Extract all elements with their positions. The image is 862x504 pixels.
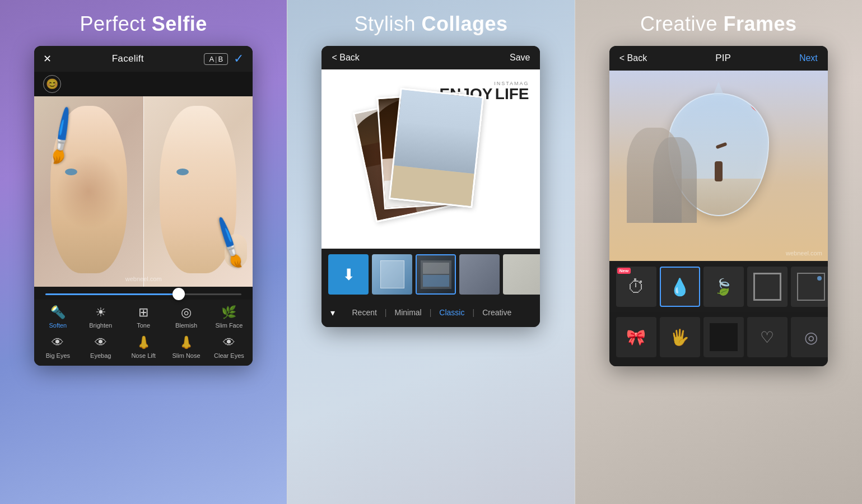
thumb-item-2-active[interactable] (416, 254, 456, 295)
selfie-slider-thumb[interactable] (173, 288, 185, 300)
selfie-watermark: webneel.com (125, 276, 162, 282)
ab-label: A (209, 55, 214, 63)
tool-blemish[interactable]: ◎ Blemish (169, 305, 204, 329)
collage-back-button[interactable]: < Back (332, 53, 359, 63)
tab-recent[interactable]: Recent (344, 306, 384, 319)
selfie-title-bold: Selfie (152, 12, 207, 35)
cup-icon: 🍃 (714, 278, 733, 296)
frames-title-normal: Creative (640, 12, 717, 35)
panel-collage: Stylish Collages < Back Save INSTAMAG EN… (287, 0, 574, 504)
freckles (56, 153, 122, 230)
soften-label: Soften (49, 322, 67, 329)
frame-thumb-rect[interactable] (747, 267, 788, 307)
balloons-icon: 🎈 (742, 94, 768, 121)
b-label: B (218, 55, 223, 63)
tool-slim-face[interactable]: 🌿 Slim Face (211, 305, 247, 329)
tone-icon: ⊞ (138, 305, 148, 320)
frame-thumb2-circle[interactable]: ◎ (791, 317, 828, 357)
collage-tabs: ▾ Recent | Minimal | Classic | Creative (321, 300, 540, 327)
dark-frame-icon (710, 323, 738, 351)
tool-slim-nose[interactable]: 👃 Slim Nose (169, 335, 204, 359)
frame-thumb-corner[interactable] (791, 267, 828, 307)
new-badge: New (617, 268, 631, 274)
nose-lift-label: Nose Lift (131, 352, 155, 359)
tool-big-eyes[interactable]: 👁 Big Eyes (40, 335, 76, 359)
thumb-download-button[interactable]: ⬇ (328, 254, 369, 295)
thumb-item-4[interactable] (503, 254, 540, 295)
ab-toggle[interactable]: A | B (204, 53, 228, 65)
collage-phone: < Back Save INSTAMAG ENJOY LIFE (321, 46, 540, 327)
frames-back-button[interactable]: < Back (619, 53, 647, 63)
frame-thumb2-dark[interactable] (703, 317, 744, 357)
soften-icon: 🔦 (50, 305, 66, 320)
heart-icon: ♡ (760, 328, 774, 347)
slim-face-icon: 🌿 (221, 305, 236, 320)
bg-figure-2 (653, 137, 697, 223)
blemish-icon: ◎ (181, 305, 192, 320)
confirm-icon[interactable]: ✓ (234, 52, 244, 66)
before-side: 🖌️ (34, 96, 143, 287)
tool-eyebag[interactable]: 👁 Eyebag (83, 335, 119, 359)
life-label: LIFE (495, 85, 529, 102)
timer-icon: ⏱ (627, 277, 645, 297)
collage-title: Stylish Collages (354, 12, 507, 36)
selfie-slider-area (34, 287, 253, 300)
hand-icon: 🖐 (670, 328, 689, 347)
slim-nose-icon: 👃 (179, 335, 194, 350)
tool-nose-lift[interactable]: 👃 Nose Lift (125, 335, 161, 359)
selfie-subbar: 😊 (34, 72, 253, 96)
topbar-title: Facelift (112, 53, 144, 64)
tool-brighten[interactable]: ☀ Brighten (83, 305, 119, 329)
frames-title-bold: Frames (724, 12, 797, 35)
selfie-title-normal: Perfect (80, 12, 146, 35)
panel-selfie: Perfect Selfie ✕ Facelift A | B ✓ 😊 (0, 0, 287, 504)
collage-title-bold: Collages (421, 12, 507, 35)
tool-soften[interactable]: 🔦 Soften (40, 305, 76, 329)
frame-thumb2-ornament[interactable]: 🎀 (616, 317, 656, 357)
selfie-tools-row2: 👁 Big Eyes 👁 Eyebag 👃 Nose Lift 👃 Slim N… (34, 332, 253, 366)
collage-save-button[interactable]: Save (510, 53, 530, 63)
clear-eyes-icon: 👁 (223, 335, 235, 350)
frames-watermark: webneel.com (786, 250, 822, 256)
tab-minimal[interactable]: Minimal (386, 306, 429, 319)
collage-thumbnails: ⬇ (321, 249, 540, 300)
selfie-title: Perfect Selfie (80, 12, 207, 36)
blemish-label: Blemish (175, 322, 197, 329)
selfie-topbar: ✕ Facelift A | B ✓ (34, 46, 253, 72)
collapse-icon[interactable]: ▾ (330, 307, 335, 318)
selfie-slider-fill (45, 293, 179, 295)
face-select-icon[interactable]: 😊 (43, 75, 61, 93)
corner-frame-icon (797, 273, 825, 301)
tab-classic[interactable]: Classic (431, 306, 472, 319)
clear-eyes-label: Clear Eyes (214, 352, 244, 359)
frame-thumb-cup[interactable]: 🍃 (703, 267, 744, 307)
ab-sep: | (215, 55, 217, 63)
tool-tone[interactable]: ⊞ Tone (125, 305, 161, 329)
ornament-icon: 🎀 (626, 328, 646, 347)
slim-face-label: Slim Face (215, 322, 243, 329)
tool-clear-eyes[interactable]: 👁 Clear Eyes (211, 335, 247, 359)
frames-next-button[interactable]: Next (799, 53, 818, 63)
frame-thumb-timer[interactable]: New ⏱ (616, 267, 656, 307)
drop-tip (713, 82, 724, 96)
thumb-item-3[interactable] (459, 254, 500, 295)
tab-creative[interactable]: Creative (474, 306, 519, 319)
collage-title-normal: Stylish (354, 12, 416, 35)
frames-topbar: < Back PIP Next (609, 46, 828, 71)
frame-thumb-drop[interactable]: 💧 (660, 267, 700, 307)
big-eyes-label: Big Eyes (46, 352, 70, 359)
close-icon[interactable]: ✕ (43, 53, 52, 65)
frames-phone: < Back PIP Next 🎈 (609, 46, 828, 366)
eyebag-icon: 👁 (95, 335, 107, 350)
selfie-slider-track[interactable] (45, 293, 241, 295)
frames-topbar-title: PIP (715, 53, 730, 64)
split-divider (143, 96, 144, 287)
frames-canvas: 🎈 webneel.com (609, 71, 828, 261)
nose-lift-icon: 👃 (136, 335, 151, 350)
slim-nose-label: Slim Nose (172, 352, 200, 359)
frame-thumb2-hand[interactable]: 🖐 (660, 317, 700, 357)
collage-fan-photos (364, 86, 487, 232)
frames-thumbnails-row2: 🎀 🖐 ♡ ◎ (609, 312, 828, 366)
thumb-item-1[interactable] (372, 254, 412, 295)
frame-thumb2-heart[interactable]: ♡ (747, 317, 788, 357)
